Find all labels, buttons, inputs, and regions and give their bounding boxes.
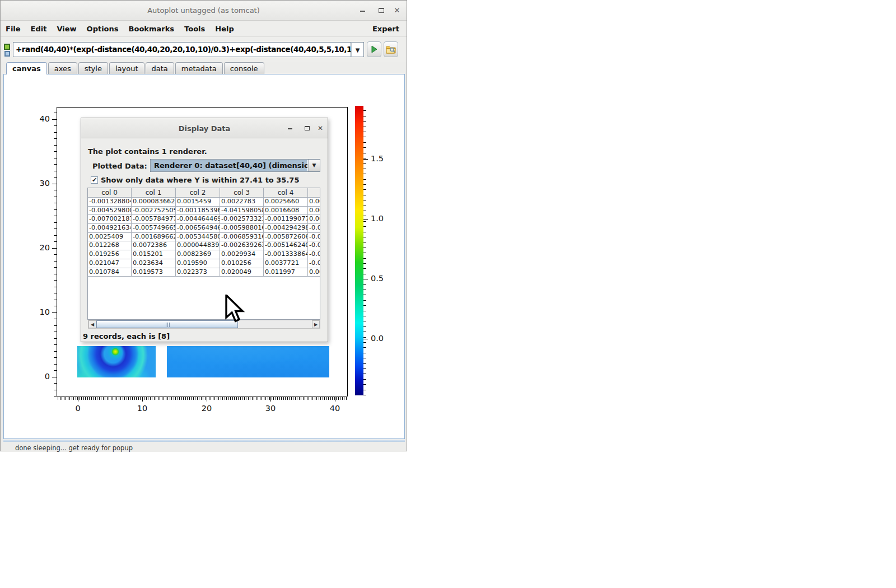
tab-axes[interactable]: axes (48, 62, 77, 74)
table-cell: -0.005872606... (264, 233, 308, 242)
table-cell: -4.041598058... (220, 207, 264, 216)
data-table[interactable]: col 0col 1col 2col 3col 4-0.001328804...… (87, 188, 320, 320)
heatmap-fragment-left[interactable] (77, 346, 156, 377)
column-header[interactable]: col 1 (132, 188, 176, 198)
scroll-right-button[interactable]: ▶ (312, 320, 320, 328)
tab-metadata[interactable]: metadata (175, 62, 223, 74)
x-tick (78, 397, 78, 402)
scroll-left-button[interactable]: ◀ (88, 320, 96, 328)
table-row[interactable]: 0.0210470.0236340.0195900.0102560.003772… (88, 259, 320, 268)
table-cell: 0.011997 (264, 268, 308, 277)
mouse-cursor-icon (225, 295, 245, 324)
table-row[interactable]: 0.0192560.0152010.00823690.0029934-0.001… (88, 250, 320, 259)
x-tick (270, 397, 271, 402)
menu-item-edit[interactable]: Edit (26, 21, 52, 33)
table-cell: -0.004921634... (88, 224, 132, 233)
table-cell: 0.00 (308, 207, 320, 216)
table-cell: -0.001689662... (132, 233, 176, 242)
table-cell: 0.020049 (220, 268, 264, 277)
window-maximize-button[interactable] (375, 5, 388, 16)
renderer-count-label: The plot contains 1 renderer. (88, 147, 207, 156)
menu-item-tools[interactable]: Tools (179, 21, 210, 33)
combobox-selected-value: Renderer 0: dataset[40,40] (dimension... (151, 160, 307, 171)
table-cell: -0.005344580... (176, 233, 220, 242)
table-horizontal-scrollbar[interactable]: ◀ ▶ (88, 320, 320, 329)
menu-item-options[interactable]: Options (82, 21, 124, 33)
table-cell: 0.00 (308, 215, 320, 224)
uri-input[interactable]: +rand(40,40)*(exp(-distance(40,40,20,20,… (13, 42, 351, 57)
table-cell: 0.019573 (132, 268, 176, 277)
inspect-uri-button[interactable] (384, 41, 398, 57)
canvas-border (3, 440, 405, 442)
y-tick (52, 312, 57, 313)
table-cell: 0.0015459 (176, 198, 220, 207)
display-data-dialog: Display Data ✕ The plot contains 1 rende… (81, 118, 328, 342)
y-tick (52, 377, 57, 377)
colorbar-tick (363, 219, 368, 220)
tab-layout[interactable]: layout (109, 62, 144, 74)
grip-icon (166, 323, 170, 327)
menu-item-file[interactable]: File (1, 21, 26, 33)
colorbar-minor-ticks (363, 106, 366, 395)
colorbar[interactable] (355, 106, 363, 395)
table-cell: 0.000044839 (176, 241, 220, 250)
table-cell: -0.002573321... (220, 215, 264, 224)
x-tick-label: 40 (324, 404, 346, 413)
table-row[interactable]: 0.0122680.00723860.000044839-0.002639263… (88, 241, 320, 250)
dialog-maximize-button[interactable] (301, 123, 312, 133)
tab-canvas[interactable]: canvas (6, 62, 47, 74)
uri-text: +rand(40,40)*(exp(-distance(40,40,20,20,… (16, 45, 351, 54)
plot-go-button[interactable] (367, 41, 381, 57)
tab-style[interactable]: style (78, 62, 108, 74)
table-cell: 0.0022783 (220, 198, 264, 207)
menu-item-bookmarks[interactable]: Bookmarks (124, 21, 180, 33)
table-cell: -0.0 (308, 241, 320, 250)
column-header[interactable] (308, 188, 320, 198)
plotted-data-combobox[interactable]: Renderer 0: dataset[40,40] (dimension...… (150, 159, 320, 172)
minimize-icon (360, 11, 365, 12)
table-cell: 0.0025409 (88, 233, 132, 242)
scrollbar-thumb[interactable] (96, 320, 238, 328)
column-header[interactable]: col 2 (176, 188, 220, 198)
table-cell: -0.0 (308, 233, 320, 242)
expert-mode-label[interactable]: Expert (372, 25, 399, 33)
x-tick-label: 20 (195, 404, 218, 413)
table-row[interactable]: -0.004529800...-0.002752505...-0.0011853… (88, 207, 320, 216)
filter-checkbox[interactable]: ✔ (91, 176, 98, 184)
colorbar-tick (363, 159, 368, 160)
table-row[interactable]: -0.004921634...-0.005749665...-0.0065649… (88, 224, 320, 233)
table-row[interactable]: 0.0025409-0.001689662...-0.005344580...-… (88, 233, 320, 242)
dialog-close-button[interactable]: ✕ (315, 123, 326, 133)
column-header[interactable]: col 3 (220, 188, 264, 198)
column-header[interactable]: col 4 (264, 188, 308, 198)
dialog-minimize-button[interactable] (284, 123, 296, 133)
table-cell: -0.006564946... (176, 224, 220, 233)
tab-console[interactable]: console (224, 62, 264, 74)
heatmap-fragment-right[interactable] (167, 346, 329, 377)
x-tick (207, 397, 207, 402)
table-row[interactable]: -0.007002187...-0.005784977...-0.0044644… (88, 215, 320, 224)
uri-dropdown-button[interactable]: ▼ (351, 42, 364, 57)
table-row[interactable]: 0.0107840.0195730.0223730.0200490.011997… (88, 268, 320, 277)
table-header-row: col 0col 1col 2col 3col 4 (88, 188, 320, 198)
table-cell: -0.006859316... (220, 233, 264, 242)
plotted-data-label: Plotted Data: (92, 162, 147, 170)
x-tick (335, 397, 335, 402)
menu-item-view[interactable]: View (52, 21, 81, 33)
table-cell: 0.0025660 (264, 198, 308, 207)
statusbar: done sleeping... get ready for popup (1, 442, 407, 452)
menu-item-help[interactable]: Help (210, 21, 239, 33)
x-tick-label: 10 (131, 404, 153, 413)
window-minimize-button[interactable] (356, 5, 368, 16)
menubar: FileEditViewOptionsBookmarksToolsHelp Ex… (1, 21, 407, 37)
table-cell: 0.023634 (132, 259, 176, 268)
table-cell: 0.0029934 (220, 250, 264, 259)
tab-data[interactable]: data (146, 62, 174, 74)
table-cell: 0.012268 (88, 241, 132, 250)
table-row[interactable]: -0.001328804...0.0000836620.00154590.002… (88, 198, 320, 207)
colorbar-tick-label: 1.5 (371, 154, 393, 163)
dialog-titlebar[interactable]: Display Data ✕ (81, 118, 328, 138)
window-close-button[interactable]: ✕ (391, 5, 403, 16)
column-header[interactable]: col 0 (88, 188, 132, 198)
table-cell: -0.0 (308, 224, 320, 233)
